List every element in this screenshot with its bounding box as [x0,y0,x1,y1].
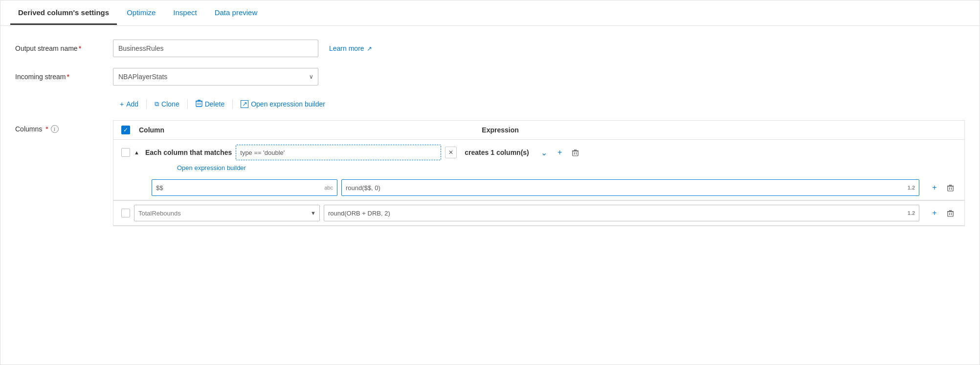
match-row-checkbox[interactable] [121,148,130,157]
dollar-expr-input[interactable]: round($$, 0) 1.2 [341,179,919,196]
tab-bar: Derived column's settings Optimize Inspe… [0,0,980,26]
match-row-add-button[interactable]: + [554,146,566,159]
creates-label: creates 1 column(s) [465,149,529,156]
required-star-incoming: * [67,73,69,81]
incoming-stream-select-wrapper: NBAPlayerStats ∨ [113,68,318,86]
sub-row-add-button[interactable]: + [928,181,941,194]
match-row-delete-button[interactable] [569,146,582,159]
rebounds-expr-badge: 1.2 [908,210,915,216]
columns-table: Column Expression ▲ Each column that mat… [113,120,965,226]
main-container: Derived column's settings Optimize Inspe… [0,0,980,365]
incoming-stream-select[interactable]: NBAPlayerStats [113,68,318,86]
clone-button[interactable]: ⧉ Clone [148,97,186,111]
header-checkbox[interactable] [121,126,130,134]
svg-rect-1 [573,150,578,155]
open-expr-link[interactable]: Open expression builder [113,164,964,175]
sub-row-actions: + [928,181,957,194]
rebounds-col-select-wrapper: TotalRebounds ▼ [134,205,320,221]
columns-section: Columns * i Column Expression ▲ [15,120,965,226]
tab-derived-settings[interactable]: Derived column's settings [10,1,117,25]
open-expr-icon: ↗ [241,100,248,108]
incoming-stream-row: Incoming stream* NBAPlayerStats ∨ [15,68,965,86]
dollar-col-input[interactable]: $$ abc [152,179,337,196]
toolbar: + Add ⧉ Clone Delete [15,96,965,111]
tab-optimize[interactable]: Optimize [119,1,163,25]
table-header: Column Expression [113,121,964,140]
toolbar-sep-2 [187,99,188,109]
match-row-actions: ⌄ + [538,146,582,159]
match-row-collapse-button[interactable]: ⌄ [538,146,551,159]
match-row-top: ▲ Each column that matches ✕ creates 1 c… [113,145,964,164]
sub-row-delete-button[interactable] [944,181,957,194]
columns-info-icon[interactable]: i [51,125,59,133]
clear-match-expr-button[interactable]: ✕ [445,147,457,158]
match-label: Each column that matches [145,149,232,156]
svg-rect-0 [196,101,202,107]
rebounds-col-select[interactable]: TotalRebounds [134,205,320,221]
open-expression-builder-button[interactable]: ↗ Open expression builder [234,97,332,111]
add-button[interactable]: + Add [113,97,145,111]
learn-more-link[interactable]: Learn more ↗ [329,44,372,52]
output-stream-label: Output stream name* [15,44,113,52]
expand-arrow-icon[interactable]: ▲ [134,150,139,155]
toolbar-sep-1 [146,99,147,109]
toolbar-sep-3 [232,99,233,109]
content-area: Output stream name* Learn more ↗ Incomin… [0,26,980,240]
header-checkbox-cell [121,126,135,134]
dollar-expr-badge: 1.2 [908,185,915,191]
match-expr-input[interactable] [236,145,441,160]
tab-data-preview[interactable]: Data preview [207,1,266,25]
svg-rect-2 [947,186,953,191]
incoming-stream-label: Incoming stream* [15,73,113,81]
rebounds-row-actions: + [928,207,957,219]
required-star-output: * [79,44,81,52]
rebounds-row-add-button[interactable]: + [928,207,941,219]
external-link-icon: ↗ [367,45,372,52]
rebounds-row-delete-button[interactable] [944,207,957,219]
sub-row-dollar: $$ abc round($$, 0) 1.2 + [113,175,964,200]
svg-rect-3 [947,211,953,216]
output-stream-input[interactable] [113,40,318,57]
add-icon: + [120,100,124,108]
tab-inspect[interactable]: Inspect [165,1,204,25]
match-row: ▲ Each column that matches ✕ creates 1 c… [113,140,964,201]
rebounds-expr-input[interactable]: round(ORB + DRB, 2) 1.2 [324,205,919,221]
delete-button[interactable]: Delete [189,96,231,111]
column-header: Column [135,126,478,134]
delete-icon [196,99,202,108]
output-stream-row: Output stream name* Learn more ↗ [15,40,965,57]
clone-icon: ⧉ [155,100,159,108]
dollar-col-suffix: abc [324,185,333,191]
rebounds-row-checkbox[interactable] [121,209,130,217]
expression-header: Expression [478,126,957,134]
columns-label: Columns * i [15,120,113,226]
required-star-columns: * [45,125,48,133]
total-rebounds-row: TotalRebounds ▼ round(ORB + DRB, 2) 1.2 … [113,201,964,226]
